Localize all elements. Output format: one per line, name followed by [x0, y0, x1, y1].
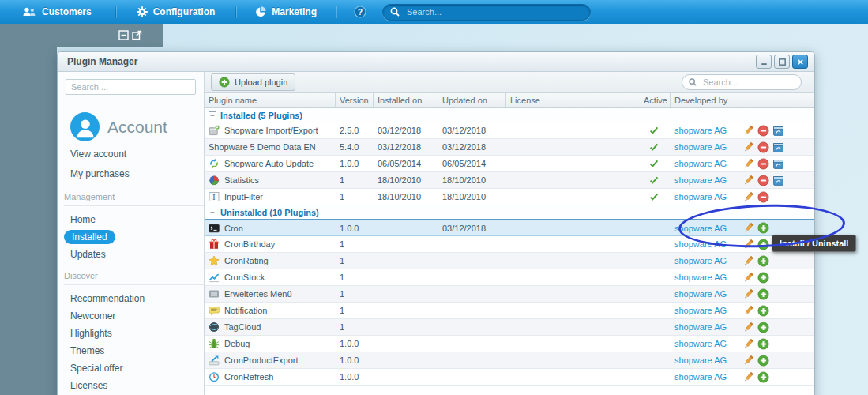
sidebar-item-updates[interactable]: Updates [70, 246, 204, 263]
developer-link[interactable]: shopware AG [674, 356, 727, 365]
developer-link[interactable]: shopware AG [674, 192, 727, 201]
close-button[interactable] [792, 55, 808, 69]
uninstall-icon[interactable] [757, 175, 769, 186]
install-icon[interactable] [757, 371, 769, 383]
column-header-version[interactable]: Version [336, 93, 374, 107]
sidebar-item-recommendation[interactable]: Recommendation [70, 290, 204, 307]
edit-icon[interactable] [742, 305, 754, 317]
column-header-actions[interactable] [738, 93, 808, 107]
plugin-row[interactable]: CronRefresh1.0.0shopware AG [205, 369, 814, 386]
update-icon[interactable] [772, 141, 784, 153]
collapse-box-icon[interactable] [209, 111, 216, 119]
edit-icon[interactable] [742, 141, 754, 153]
global-search[interactable] [382, 4, 591, 21]
plugin-row[interactable]: CronStock1shopware AG [205, 269, 814, 286]
sidebar-link-view-account[interactable]: View account [70, 145, 204, 164]
edit-icon[interactable] [742, 239, 754, 250]
install-icon[interactable] [757, 288, 769, 300]
developer-link[interactable]: shopware AG [674, 239, 727, 249]
sidebar-search-input[interactable] [66, 79, 196, 95]
plugin-row[interactable]: Erweitertes Menü1shopware AG [205, 286, 814, 303]
group-header[interactable]: Uninstalled (10 Plugins) [205, 205, 814, 220]
developer-link[interactable]: shopware AG [674, 306, 727, 315]
plugin-row[interactable]: Debug1.0.0shopware AG [205, 336, 814, 352]
sidebar-item-themes[interactable]: Themes [70, 342, 204, 359]
column-header-developed-by[interactable]: Developed by [671, 93, 738, 107]
minimize-button[interactable] [756, 55, 772, 69]
uninstall-icon[interactable] [757, 158, 769, 170]
column-header-license[interactable]: License [506, 93, 637, 107]
plugin-row[interactable]: CronBirthday1shopware AG [205, 236, 814, 253]
plugin-row[interactable]: Shopware Import/Export2.5.003/12/201803/… [205, 122, 814, 139]
install-icon[interactable] [757, 338, 769, 350]
column-header-installed-on[interactable]: Installed on [374, 93, 438, 107]
edit-icon[interactable] [742, 125, 754, 137]
column-header-active[interactable]: Active [637, 93, 671, 107]
sidebar-item-licenses[interactable]: Licenses [70, 377, 204, 394]
uninstall-icon[interactable] [757, 191, 769, 203]
group-header[interactable]: Installed (5 Plugins) [205, 108, 814, 122]
uninstall-icon[interactable] [757, 125, 769, 137]
edit-icon[interactable] [742, 175, 754, 186]
developer-link[interactable]: shopware AG [674, 322, 727, 332]
developer-link[interactable]: shopware AG [674, 142, 727, 152]
plugin-search[interactable] [682, 74, 802, 90]
install-icon[interactable] [757, 305, 769, 317]
install-icon[interactable] [757, 355, 769, 367]
plugin-row[interactable]: Shopware 5 Demo Data EN5.4.003/12/201803… [205, 139, 814, 156]
edit-icon[interactable] [742, 158, 754, 170]
window-minimize-icon[interactable] [118, 30, 129, 40]
update-icon[interactable] [772, 158, 784, 170]
plugin-row[interactable]: Shopware Auto Update1.0.006/05/201406/05… [205, 156, 814, 172]
column-header-updated-on[interactable]: Updated on [438, 93, 506, 107]
edit-icon[interactable] [742, 371, 754, 383]
menu-customers[interactable]: Customers [22, 6, 92, 17]
uninstall-icon[interactable] [757, 141, 769, 153]
sidebar-item-highlights[interactable]: Highlights [70, 325, 204, 342]
developer-link[interactable]: shopware AG [674, 339, 727, 348]
install-icon[interactable] [757, 222, 769, 234]
edit-icon[interactable] [742, 355, 754, 367]
menu-marketing[interactable]: Marketing [255, 6, 317, 17]
edit-icon[interactable] [742, 322, 754, 333]
sidebar-item-installed[interactable]: Installed [70, 228, 204, 246]
developer-link[interactable]: shopware AG [674, 159, 727, 168]
sidebar-item-special-offer[interactable]: Special offer [70, 359, 204, 377]
developer-link[interactable]: shopware AG [674, 289, 727, 299]
plugin-row[interactable]: TagCloud1shopware AG [205, 319, 814, 336]
help-button[interactable]: ? [354, 6, 366, 18]
sidebar-search[interactable] [66, 79, 196, 95]
plugin-row[interactable]: Cron1.0.003/12/2018shopware AG [205, 220, 814, 236]
install-icon[interactable] [757, 255, 769, 267]
install-icon[interactable] [757, 239, 769, 250]
plugin-row[interactable]: Notification1shopware AG [205, 303, 814, 319]
menu-configuration[interactable]: Configuration [137, 6, 216, 17]
window-titlebar[interactable]: Plugin Manager [58, 52, 814, 72]
developer-link[interactable]: shopware AG [674, 372, 727, 382]
collapse-box-icon[interactable] [209, 209, 216, 216]
edit-icon[interactable] [742, 222, 754, 234]
developer-link[interactable]: shopware AG [674, 175, 727, 185]
plugin-row[interactable]: CronRating1shopware AG [205, 253, 814, 269]
developer-link[interactable]: shopware AG [674, 273, 727, 282]
edit-icon[interactable] [742, 338, 754, 350]
global-search-input[interactable] [405, 6, 584, 17]
sidebar-item-home[interactable]: Home [70, 211, 204, 228]
edit-icon[interactable] [742, 191, 754, 203]
column-header-plugin-name[interactable]: Plugin name [205, 93, 336, 107]
upload-plugin-button[interactable]: Upload plugin [211, 73, 295, 91]
popout-icon[interactable] [132, 30, 142, 40]
developer-link[interactable]: shopware AG [674, 256, 727, 265]
plugin-row[interactable]: CronProductExport1.0.0shopware AG [205, 352, 814, 369]
update-icon[interactable] [772, 175, 784, 186]
maximize-button[interactable] [774, 55, 790, 69]
edit-icon[interactable] [742, 288, 754, 300]
plugin-row[interactable]: IInputFilter118/10/201018/10/2010shopwar… [205, 189, 814, 205]
edit-icon[interactable] [742, 272, 754, 284]
developer-link[interactable]: shopware AG [674, 224, 727, 233]
plugin-search-input[interactable] [701, 77, 795, 88]
install-icon[interactable] [757, 322, 769, 333]
sidebar-item-newcomer[interactable]: Newcomer [70, 307, 204, 325]
sidebar-link-my-purchases[interactable]: My purchases [70, 164, 204, 184]
install-icon[interactable] [757, 272, 769, 284]
